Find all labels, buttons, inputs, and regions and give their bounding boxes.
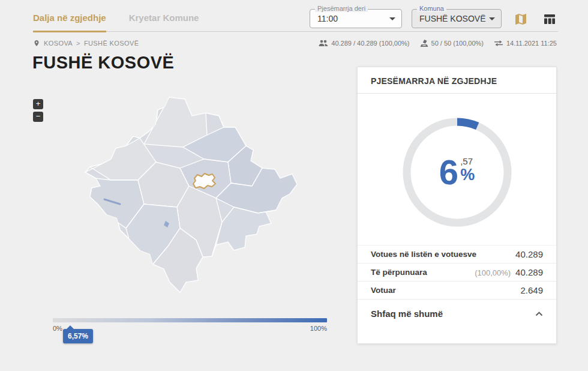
turnout-tooltip: 6,57% [63, 329, 93, 343]
kosovo-municipalities-map[interactable] [54, 90, 330, 318]
location-pin-icon [33, 39, 40, 47]
stat-polling-value: 50 / 50 (100,00%) [431, 40, 484, 47]
participation-time-select[interactable]: Pjesëmarrja deri 11:00 [310, 9, 402, 28]
time-select-value: 11:00 [310, 10, 401, 28]
turnout-progress-bar[interactable] [53, 318, 327, 322]
progress-max-label: 100% [303, 325, 327, 332]
breadcrumb: KOSOVA > FUSHË KOSOVË [33, 39, 139, 47]
header-stats: 40.289 / 40.289 (100,00%) 50 / 50 (100,0… [323, 39, 557, 47]
turnout-decimal: ,57 [460, 156, 475, 166]
breadcrumb-separator: > [76, 40, 80, 47]
list-item: Votuar 2.649 [358, 282, 556, 300]
row-value: 40.289 [515, 267, 543, 277]
list-item: Të përpunuara (100,00%) 40.289 [358, 264, 556, 282]
row-label: Votuar [371, 286, 396, 295]
map-zoom-controls: + − [33, 99, 43, 122]
zoom-in-button[interactable]: + [33, 99, 43, 109]
row-value: 40.289 [515, 249, 543, 259]
tab-kryetar-komune[interactable]: Kryetar Komune [129, 13, 199, 31]
stat-update-value: 14.11.2021 11:25 [506, 40, 557, 47]
turnout-integer: 6 [439, 156, 458, 189]
municipality-select-label: Komuna [417, 5, 446, 12]
people-icon [319, 40, 328, 47]
breadcrumb-current: FUSHË KOSOVË [84, 40, 139, 47]
compare-arrows-icon [494, 40, 503, 47]
stat-last-update: 14.11.2021 11:25 [494, 40, 557, 47]
row-note: (100,00%) [475, 268, 511, 277]
time-select-label: Pjesëmarrja deri [315, 5, 368, 12]
show-more-toggle[interactable]: Shfaq më shumë [358, 300, 556, 319]
page-title: FUSHË KOSOVË [32, 53, 174, 73]
municipality-select-value: FUSHË KOSOVË [412, 10, 501, 28]
row-label: Të përpunuara [371, 268, 427, 277]
breadcrumb-root[interactable]: KOSOVA [44, 40, 73, 47]
tab-dalja-ne-zgjedhje[interactable]: Dalja në zgjedhje [33, 13, 106, 32]
view-toggles [514, 12, 557, 26]
ballot-box-icon [420, 39, 428, 47]
zoom-out-button[interactable]: − [33, 112, 43, 122]
turnout-percent-sign: % [460, 166, 475, 184]
stat-voters-value: 40.289 / 40.289 (100,00%) [331, 40, 409, 47]
row-value: 2.649 [520, 285, 543, 295]
table-view-icon[interactable] [542, 12, 557, 26]
turnout-donut: 6 ,57 % [403, 118, 512, 227]
card-title: PJESËMARRJA NË ZGJEDHJE [358, 67, 556, 94]
donut-center-value: 6 ,57 % [403, 118, 512, 227]
stat-polling-stations: 50 / 50 (100,00%) [420, 39, 484, 47]
municipality-select[interactable]: Komuna FUSHË KOSOVË [412, 9, 502, 28]
municipality-regions[interactable] [85, 97, 297, 292]
chevron-down-icon [389, 17, 395, 20]
participation-card: PJESËMARRJA NË ZGJEDHJE 6 ,57 % Votues n… [357, 67, 557, 344]
map-view-icon[interactable] [514, 12, 528, 26]
progress-min-label: 0% [53, 325, 62, 332]
turnout-stats-list: Votues në listën e votuesve 40.289 Të pë… [358, 245, 556, 300]
chevron-down-icon [489, 17, 495, 20]
show-more-label: Shfaq më shumë [371, 309, 443, 319]
election-dashboard: Dalja në zgjedhje Kryetar Komune Pjesëma… [0, 0, 588, 371]
row-label: Votues në listën e votuesve [371, 250, 476, 259]
municipality-fushe-kosove-highlight[interactable] [193, 173, 215, 189]
stat-voters: 40.289 / 40.289 (100,00%) [319, 40, 409, 47]
chevron-up-icon [535, 312, 543, 316]
list-item: Votues në listën e votuesve 40.289 [358, 246, 556, 264]
